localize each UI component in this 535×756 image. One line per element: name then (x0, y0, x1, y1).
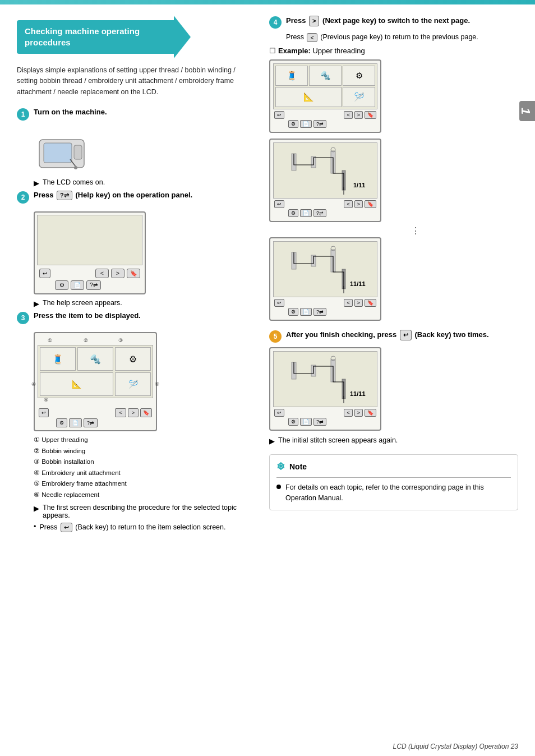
threading-svg-1: 1/11 (280, 145, 370, 196)
thread-btn-row-b: ⚙ 📄 ?⇌ (273, 209, 377, 217)
step-1-bullet: ▶ The LCD comes on. (34, 178, 258, 187)
section-heading-wrapper: Checking machine operating procedures (17, 16, 258, 58)
svg-rect-1 (44, 143, 72, 163)
next-page-key: > (309, 16, 319, 26)
example-screen-1: 🧵 🔩 ⚙ 📐 🪡 ↩ < > 🔖 ⚙ 📄 ?⇌ (269, 59, 381, 133)
help-key-icon: ?⇌ (57, 191, 72, 200)
t-prev-btn: < (344, 200, 352, 208)
lcd-content-blank (37, 215, 142, 265)
note-header: ❄ Note (276, 460, 511, 473)
threading-svg-11: 11/11 (280, 244, 370, 294)
t11-help-btn: ?⇌ (313, 308, 326, 316)
doc-btn: 📄 (71, 280, 84, 290)
help-screen-mockup: ↩ < > 🔖 ⚙ 📄 ?⇌ (34, 211, 146, 294)
ex-doc-btn: 📄 (300, 120, 312, 128)
back-btn-icon: ↩ (39, 269, 50, 278)
thread-diagram-1: 1/11 (273, 142, 377, 199)
step-3-bullet2: • Press ↩ (Back key) to return to the it… (34, 523, 258, 532)
ex-cell-2: 🔩 (309, 66, 342, 86)
t11-bk-btn: 🔖 (365, 299, 376, 307)
f-doc-btn: 📄 (300, 418, 312, 426)
ex-cell-3: ⚙ (343, 66, 375, 86)
gear-btn: ⚙ (55, 280, 68, 290)
t11-back-btn: ↩ (274, 299, 284, 307)
step-2-bullet: ▶ The help screen appears. (34, 299, 258, 308)
step-2-label: Press ?⇌ (Help key) on the operation pan… (34, 191, 192, 199)
t11-gear-btn: ⚙ (288, 308, 298, 316)
t-help-btn: ?⇌ (313, 209, 326, 217)
thread11-btn-row: ↩ < > 🔖 (273, 299, 377, 307)
step-5-header: 5 After you finish checking, press ↩ (Ba… (269, 330, 518, 343)
ex-cell-wide-1: 📐 (275, 87, 342, 107)
note-item: For details on each topic, refer to the … (276, 482, 511, 504)
item-select-screen: ① ② ③ 🧵 🔩 ⚙ (34, 332, 258, 431)
ex-cell-1: 🧵 (275, 66, 308, 86)
ex-back-btn: ↩ (274, 111, 284, 119)
f-bk-btn: 🔖 (365, 409, 376, 417)
note-icon: ❄ (276, 460, 285, 473)
thread-diagram-11: 11/11 (273, 241, 377, 297)
svg-text:1/11: 1/11 (353, 182, 365, 188)
ex-screen-grid-1: 🧵 🔩 ⚙ 📐 🪡 (273, 63, 377, 109)
prev-page-key: < (307, 33, 317, 42)
section-title: Checking machine operating procedures (25, 26, 166, 49)
step-3-label: Press the item to be displayed. (34, 311, 141, 320)
step-5-circle: 5 (269, 330, 282, 343)
back-key-step5: ↩ (400, 330, 412, 340)
step-2: 2 Press ?⇌ (Help key) on the operation p… (17, 191, 258, 204)
item-legend: ① Upper threading ② Bobbin winding ③ Bob… (34, 435, 258, 500)
step-4-circle: 4 (269, 16, 282, 29)
step-1-label: Turn on the machine. (34, 108, 107, 116)
f-prev-btn: < (344, 409, 352, 417)
page-tab: 1 (519, 101, 535, 121)
thread-diagram-final: 11/11 (273, 351, 377, 407)
thread11-btn-row-b: ⚙ 📄 ?⇌ (273, 308, 377, 316)
lcd-illustration-step1 (34, 128, 258, 175)
svg-point-4 (74, 166, 77, 169)
step-4: 4 Press > (Next page key) to switch to t… (269, 16, 518, 321)
help-btn: ?⇌ (86, 280, 101, 290)
ex-btn-row-1: ↩ < > 🔖 (273, 111, 377, 119)
dots-separator: ⋮ (314, 228, 518, 235)
section-heading-box: Checking machine operating procedures (17, 20, 174, 54)
svg-text:11/11: 11/11 (350, 280, 366, 287)
ex-prev-btn: < (344, 111, 352, 119)
f-next-btn: > (354, 409, 363, 417)
ex-bk-btn: 🔖 (365, 111, 376, 119)
final-btn-row: ↩ < > 🔖 (273, 409, 377, 417)
final-btn-row-b: ⚙ 📄 ?⇌ (273, 418, 377, 426)
step-4-header: 4 Press > (Next page key) to switch to t… (269, 16, 518, 29)
step-2-circle: 2 (17, 191, 29, 204)
page-footer: LCD (Liquid Crystal Display) Operation 2… (393, 743, 518, 750)
t-bk-btn: 🔖 (365, 200, 376, 208)
thread-screen-page11: 11/11 ↩ < > 🔖 ⚙ 📄 ?⇌ (269, 237, 381, 321)
lcd-nav-row: ↩ < > 🔖 (37, 268, 142, 279)
ex-next-btn: > (354, 111, 363, 119)
next-btn: > (111, 269, 124, 278)
t11-prev-btn: < (344, 299, 352, 307)
lcd-bottom-row: ⚙ 📄 ?⇌ (37, 279, 142, 291)
note-divider (276, 477, 511, 478)
f-help-btn: ?⇌ (313, 418, 326, 426)
ex-gear-btn: ⚙ (288, 120, 298, 128)
right-column: 4 Press > (Next page key) to switch to t… (269, 16, 518, 536)
description-text: Displays simple explanations of setting … (17, 65, 258, 98)
note-box: ❄ Note For details on each topic, refer … (269, 454, 518, 510)
example-label: ☐Example: Upper threading (269, 47, 518, 55)
t-gear-btn: ⚙ (288, 209, 298, 217)
prev-btn: < (95, 269, 109, 278)
left-column: Checking machine operating procedures Di… (17, 16, 258, 536)
top-bar (0, 0, 535, 4)
note-bullet-dot (276, 485, 281, 489)
step-1-circle: 1 (17, 108, 29, 121)
f-gear-btn: ⚙ (288, 418, 298, 426)
t-doc-btn: 📄 (300, 209, 312, 217)
ex-help-btn: ?⇌ (313, 120, 326, 128)
thread-screen-page1: 1/11 ↩ < > 🔖 ⚙ 📄 ?⇌ (269, 139, 381, 222)
back-key-inline: ↩ (61, 523, 72, 532)
ex-btn-row-1b: ⚙ 📄 ?⇌ (273, 120, 377, 128)
section-heading-arrow (174, 16, 191, 58)
step-4-label: Press > (Next page key) to switch to the… (286, 16, 470, 26)
step-3: 3 Press the item to be displayed. (17, 311, 258, 324)
step-3-bullet1: ▶ The first screen describing the proced… (34, 504, 258, 519)
